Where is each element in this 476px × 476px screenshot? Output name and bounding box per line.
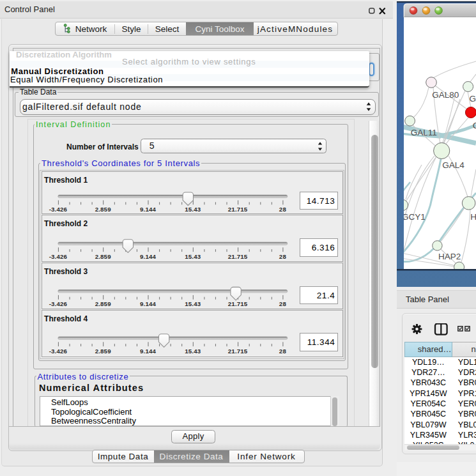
svg-text:HAP2: HAP2 [438,252,461,261]
svg-text:CAD1: CAD1 [473,121,476,130]
svg-text:GAL80: GAL80 [432,90,459,100]
svg-text:GAL11: GAL11 [411,128,437,137]
svg-text:HIS4: HIS4 [470,212,476,222]
svg-text:GAL7: GAL7 [470,94,476,104]
svg-text:GAL4: GAL4 [442,160,464,170]
svg-text:GCY1: GCY1 [402,212,426,222]
